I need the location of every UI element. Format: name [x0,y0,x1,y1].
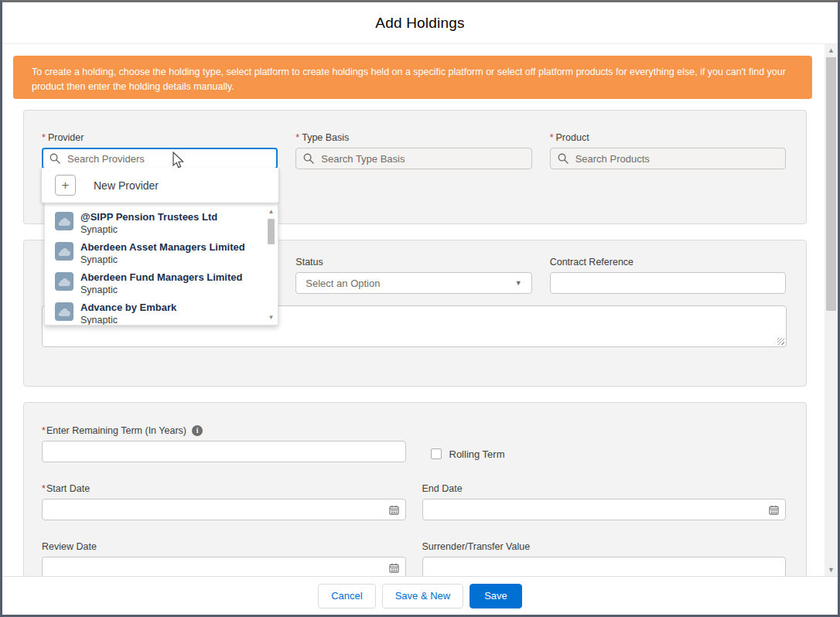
provider-dropdown-panel: + New Provider [41,168,279,203]
surrender-value-input[interactable] [422,557,787,576]
scroll-up-icon[interactable]: ▲ [825,44,838,56]
required-asterisk: * [550,132,554,143]
start-date-input[interactable] [42,499,406,520]
contract-reference-label: Contract Reference [550,257,786,268]
status-select[interactable]: Select an Option ▼ [295,272,531,294]
end-date-input[interactable] [422,499,787,520]
warning-banner-text: To create a holding, choose the holding … [32,66,786,92]
status-field: Status Select an Option ▼ [295,257,531,294]
provider-cloud-icon [55,272,73,291]
scroll-down-icon[interactable]: ▼ [825,564,838,576]
provider-label: * Provider [42,132,278,143]
surrender-value-field: Surrender/Transfer Value [422,541,787,576]
calendar-icon[interactable] [389,504,399,518]
scroll-down-icon[interactable]: ▼ [267,313,275,322]
required-asterisk: * [42,483,46,494]
end-date-field: End Date [422,483,787,520]
search-icon [303,153,314,167]
provider-list-item[interactable]: Aberdeen Fund Managers Limited Synaptic [45,270,278,300]
info-icon[interactable]: i [192,425,203,436]
dropdown-scrollbar[interactable]: ▲ ▼ [267,207,275,322]
start-date-field: * Start Date [42,483,406,520]
end-date-label: End Date [422,483,787,494]
calendar-icon[interactable] [769,504,779,518]
remaining-term-label: * Enter Remaining Term (In Years) i [42,425,406,436]
chevron-down-icon: ▼ [515,279,522,287]
term-card: * Enter Remaining Term (In Years) i Roll… [23,402,807,576]
modal-body: To create a holding, choose the holding … [2,44,838,576]
rolling-term-checkbox[interactable] [431,448,442,459]
save-button[interactable]: Save [470,584,522,608]
status-selected-value: Select an Option [306,278,380,289]
remaining-term-field: * Enter Remaining Term (In Years) i [42,425,406,462]
provider-list-item[interactable]: Advance by Embark Synaptic [45,300,278,326]
save-and-new-button[interactable]: Save & New [382,584,464,608]
required-asterisk: * [295,132,299,143]
product-label: * Product [550,132,786,143]
provider-search-input[interactable] [42,148,278,169]
required-asterisk: * [42,132,46,143]
provider-field: * Provider [42,132,278,169]
cancel-button[interactable]: Cancel [318,584,375,608]
review-date-label: Review Date [42,541,406,552]
provider-cloud-icon [55,242,73,261]
remaining-term-input[interactable] [42,441,406,462]
provider-cloud-icon [55,212,73,230]
type-basis-field: * Type Basis [295,132,531,169]
modal-scrollbar[interactable]: ▲ ▼ [825,44,838,576]
surrender-value-label: Surrender/Transfer Value [422,541,787,552]
scroll-up-icon[interactable]: ▲ [267,207,275,216]
review-date-input[interactable] [42,557,406,576]
product-field: * Product [550,132,786,169]
provider-list-item[interactable]: @SIPP Pension Trustees Ltd Synaptic [45,210,278,240]
search-icon [50,153,60,167]
scrollbar-thumb[interactable] [268,219,275,244]
plus-icon: + [55,175,76,196]
add-holdings-modal: Add Holdings To create a holding, choose… [0,0,840,617]
scrollbar-thumb[interactable] [826,57,836,311]
type-basis-label: * Type Basis [295,132,531,143]
status-label: Status [295,257,531,268]
contract-reference-input[interactable] [550,272,786,294]
provider-list-item[interactable]: Aberdeen Asset Managers Limited Synaptic [45,240,278,270]
calendar-icon[interactable] [389,562,399,576]
search-icon [558,153,569,167]
page-title: Add Holdings [375,15,464,32]
product-search-input[interactable] [550,148,786,169]
required-asterisk: * [42,425,46,436]
provider-cloud-icon [55,302,73,321]
rolling-term-field: Rolling Term [431,445,787,462]
new-provider-option[interactable]: + New Provider [42,174,278,196]
type-basis-search-input[interactable] [295,148,531,169]
contract-reference-field: Contract Reference [550,257,786,294]
modal-header: Add Holdings [2,2,838,44]
start-date-label: * Start Date [42,483,406,494]
rolling-term-label: Rolling Term [449,448,505,460]
resize-handle[interactable] [777,338,784,345]
warning-banner: To create a holding, choose the holding … [13,56,812,99]
provider-results-list: @SIPP Pension Trustees Ltd Synaptic Aber… [44,203,278,326]
review-date-field: Review Date [42,541,406,576]
modal-footer: Cancel Save & New Save [2,576,838,615]
